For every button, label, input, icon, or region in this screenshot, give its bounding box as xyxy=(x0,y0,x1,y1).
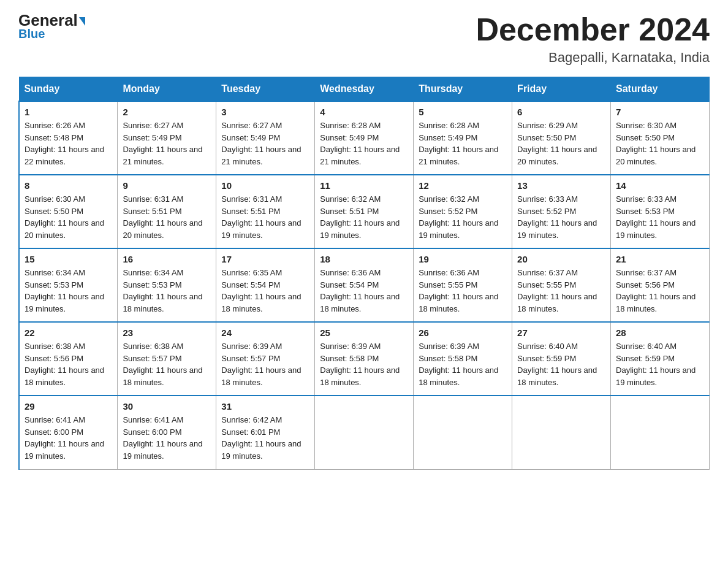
day-info: Sunrise: 6:33 AMSunset: 5:52 PMDaylight:… xyxy=(517,193,605,241)
day-info: Sunrise: 6:35 AMSunset: 5:54 PMDaylight:… xyxy=(221,267,309,315)
day-info: Sunrise: 6:34 AMSunset: 5:53 PMDaylight:… xyxy=(123,267,211,315)
day-number: 30 xyxy=(123,401,211,412)
day-number: 31 xyxy=(221,401,309,412)
day-info: Sunrise: 6:39 AMSunset: 5:57 PMDaylight:… xyxy=(221,340,309,388)
weekday-header-saturday: Saturday xyxy=(611,77,710,102)
calendar-cell: 6 Sunrise: 6:29 AMSunset: 5:50 PMDayligh… xyxy=(512,101,611,175)
day-number: 13 xyxy=(517,180,605,191)
day-number: 4 xyxy=(320,107,408,117)
day-number: 22 xyxy=(25,327,112,338)
day-number: 14 xyxy=(616,180,704,191)
calendar-cell: 28 Sunrise: 6:40 AMSunset: 5:59 PMDaylig… xyxy=(611,322,710,396)
day-number: 3 xyxy=(221,107,309,117)
weekday-header-wednesday: Wednesday xyxy=(315,77,414,102)
day-number: 9 xyxy=(123,180,211,191)
day-info: Sunrise: 6:41 AMSunset: 6:00 PMDaylight:… xyxy=(123,414,211,462)
weekday-header-tuesday: Tuesday xyxy=(216,77,315,102)
calendar-cell: 9 Sunrise: 6:31 AMSunset: 5:51 PMDayligh… xyxy=(118,175,216,248)
calendar-cell: 24 Sunrise: 6:39 AMSunset: 5:57 PMDaylig… xyxy=(216,322,315,396)
day-info: Sunrise: 6:31 AMSunset: 5:51 PMDaylight:… xyxy=(221,193,309,241)
day-number: 25 xyxy=(320,327,408,338)
calendar-cell: 12 Sunrise: 6:32 AMSunset: 5:52 PMDaylig… xyxy=(414,175,512,248)
day-info: Sunrise: 6:30 AMSunset: 5:50 PMDaylight:… xyxy=(616,120,704,167)
day-number: 1 xyxy=(25,107,112,117)
day-info: Sunrise: 6:37 AMSunset: 5:55 PMDaylight:… xyxy=(517,267,605,315)
day-number: 16 xyxy=(123,254,211,264)
day-number: 7 xyxy=(616,107,704,117)
day-number: 10 xyxy=(221,180,309,191)
calendar-cell: 11 Sunrise: 6:32 AMSunset: 5:51 PMDaylig… xyxy=(315,175,414,248)
title-area: December 2024 Bagepalli, Karnataka, Indi… xyxy=(476,12,710,66)
calendar-cell: 22 Sunrise: 6:38 AMSunset: 5:56 PMDaylig… xyxy=(19,322,118,396)
day-number: 11 xyxy=(320,180,408,191)
calendar-cell: 20 Sunrise: 6:37 AMSunset: 5:55 PMDaylig… xyxy=(512,248,611,322)
day-info: Sunrise: 6:28 AMSunset: 5:49 PMDaylight:… xyxy=(419,120,507,167)
day-info: Sunrise: 6:37 AMSunset: 5:56 PMDaylight:… xyxy=(616,267,704,315)
day-number: 5 xyxy=(419,107,507,117)
day-number: 27 xyxy=(517,327,605,338)
month-title: December 2024 xyxy=(476,12,710,47)
location-subtitle: Bagepalli, Karnataka, India xyxy=(476,50,710,66)
calendar-cell: 18 Sunrise: 6:36 AMSunset: 5:54 PMDaylig… xyxy=(315,248,414,322)
day-info: Sunrise: 6:31 AMSunset: 5:51 PMDaylight:… xyxy=(123,193,211,241)
day-info: Sunrise: 6:41 AMSunset: 6:00 PMDaylight:… xyxy=(25,414,112,462)
calendar-cell: 21 Sunrise: 6:37 AMSunset: 5:56 PMDaylig… xyxy=(611,248,710,322)
weekday-header-sunday: Sunday xyxy=(19,77,118,102)
calendar-cell: 10 Sunrise: 6:31 AMSunset: 5:51 PMDaylig… xyxy=(216,175,315,248)
calendar-cell: 4 Sunrise: 6:28 AMSunset: 5:49 PMDayligh… xyxy=(315,101,414,175)
day-number: 19 xyxy=(419,254,507,264)
calendar-cell: 31 Sunrise: 6:42 AMSunset: 6:01 PMDaylig… xyxy=(216,396,315,469)
day-info: Sunrise: 6:36 AMSunset: 5:54 PMDaylight:… xyxy=(320,267,408,315)
day-number: 17 xyxy=(221,254,309,264)
calendar-cell: 14 Sunrise: 6:33 AMSunset: 5:53 PMDaylig… xyxy=(611,175,710,248)
calendar-cell: 29 Sunrise: 6:41 AMSunset: 6:00 PMDaylig… xyxy=(19,396,118,469)
calendar-cell: 8 Sunrise: 6:30 AMSunset: 5:50 PMDayligh… xyxy=(19,175,118,248)
calendar-cell xyxy=(414,396,512,469)
calendar-cell: 25 Sunrise: 6:39 AMSunset: 5:58 PMDaylig… xyxy=(315,322,414,396)
day-info: Sunrise: 6:32 AMSunset: 5:51 PMDaylight:… xyxy=(320,193,408,241)
day-info: Sunrise: 6:36 AMSunset: 5:55 PMDaylight:… xyxy=(419,267,507,315)
day-info: Sunrise: 6:40 AMSunset: 5:59 PMDaylight:… xyxy=(517,340,605,388)
day-info: Sunrise: 6:26 AMSunset: 5:48 PMDaylight:… xyxy=(25,120,112,167)
day-number: 24 xyxy=(221,327,309,338)
day-info: Sunrise: 6:30 AMSunset: 5:50 PMDaylight:… xyxy=(25,193,112,241)
calendar-cell: 1 Sunrise: 6:26 AMSunset: 5:48 PMDayligh… xyxy=(19,101,118,175)
calendar-cell xyxy=(315,396,414,469)
logo-blue-text: Blue xyxy=(18,27,45,41)
calendar-cell xyxy=(611,396,710,469)
day-number: 12 xyxy=(419,180,507,191)
day-number: 6 xyxy=(517,107,605,117)
day-number: 29 xyxy=(25,401,112,412)
calendar-cell: 5 Sunrise: 6:28 AMSunset: 5:49 PMDayligh… xyxy=(414,101,512,175)
calendar-cell: 17 Sunrise: 6:35 AMSunset: 5:54 PMDaylig… xyxy=(216,248,315,322)
day-info: Sunrise: 6:33 AMSunset: 5:53 PMDaylight:… xyxy=(616,193,704,241)
day-info: Sunrise: 6:39 AMSunset: 5:58 PMDaylight:… xyxy=(320,340,408,388)
calendar-cell: 15 Sunrise: 6:34 AMSunset: 5:53 PMDaylig… xyxy=(19,248,118,322)
logo: General Blue xyxy=(18,12,85,41)
page-header: General Blue December 2024 Bagepalli, Ka… xyxy=(18,12,710,66)
day-number: 8 xyxy=(25,180,112,191)
day-number: 15 xyxy=(25,254,112,264)
weekday-header-friday: Friday xyxy=(512,77,611,102)
day-info: Sunrise: 6:40 AMSunset: 5:59 PMDaylight:… xyxy=(616,340,704,388)
logo-text: General xyxy=(18,12,85,28)
day-number: 21 xyxy=(616,254,704,264)
day-info: Sunrise: 6:38 AMSunset: 5:57 PMDaylight:… xyxy=(123,340,211,388)
calendar-cell: 26 Sunrise: 6:39 AMSunset: 5:58 PMDaylig… xyxy=(414,322,512,396)
calendar-cell: 23 Sunrise: 6:38 AMSunset: 5:57 PMDaylig… xyxy=(118,322,216,396)
day-number: 18 xyxy=(320,254,408,264)
day-number: 26 xyxy=(419,327,507,338)
day-number: 20 xyxy=(517,254,605,264)
day-number: 2 xyxy=(123,107,211,117)
day-number: 28 xyxy=(616,327,704,338)
logo-triangle-icon xyxy=(79,17,85,26)
day-number: 23 xyxy=(123,327,211,338)
day-info: Sunrise: 6:29 AMSunset: 5:50 PMDaylight:… xyxy=(517,120,605,167)
calendar-cell: 2 Sunrise: 6:27 AMSunset: 5:49 PMDayligh… xyxy=(118,101,216,175)
calendar-table: SundayMondayTuesdayWednesdayThursdayFrid… xyxy=(18,77,710,470)
weekday-header-monday: Monday xyxy=(118,77,216,102)
calendar-cell: 16 Sunrise: 6:34 AMSunset: 5:53 PMDaylig… xyxy=(118,248,216,322)
day-info: Sunrise: 6:27 AMSunset: 5:49 PMDaylight:… xyxy=(123,120,211,167)
day-info: Sunrise: 6:42 AMSunset: 6:01 PMDaylight:… xyxy=(221,414,309,462)
calendar-cell: 27 Sunrise: 6:40 AMSunset: 5:59 PMDaylig… xyxy=(512,322,611,396)
